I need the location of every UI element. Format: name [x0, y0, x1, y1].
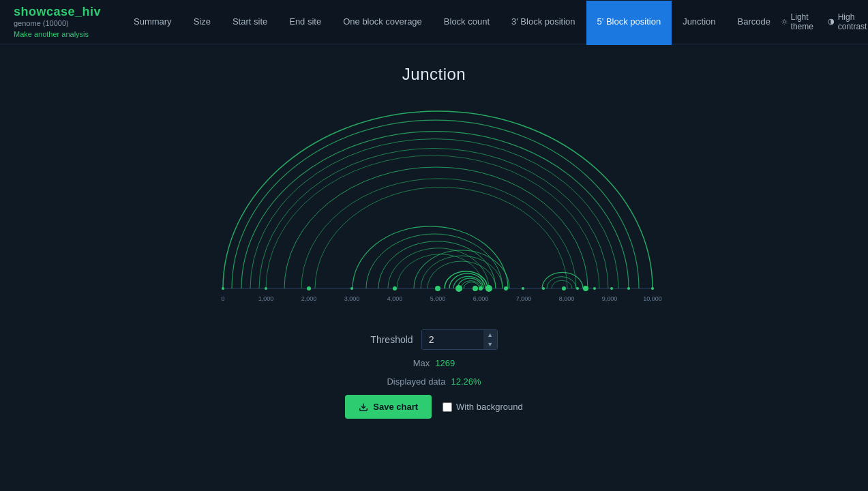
svg-text:7,000: 7,000 — [515, 295, 531, 302]
displayed-label: Displayed data — [387, 376, 445, 387]
header-right: Light theme High contrast — [781, 12, 868, 31]
high-contrast-button[interactable]: High contrast — [828, 12, 868, 31]
brand-genome: genome (10000) — [14, 19, 123, 27]
threshold-decrement-button[interactable]: ▼ — [483, 340, 497, 349]
svg-text:2,000: 2,000 — [301, 295, 316, 302]
make-analysis-link[interactable]: Make another analysis — [14, 30, 89, 38]
svg-text:9,000: 9,000 — [601, 295, 617, 302]
action-row: Save chart With background — [345, 395, 522, 419]
svg-line-4 — [786, 23, 787, 24]
nav-item-barcode[interactable]: Barcode — [727, 1, 781, 45]
chart-svg: 0 1,000 2,000 3,000 4,000 5,000 6,000 7,… — [203, 98, 666, 316]
svg-point-22 — [522, 287, 524, 290]
nav-item-5-block-position[interactable]: 5' Block position — [586, 1, 672, 45]
svg-point-27 — [593, 287, 596, 290]
displayed-value: 12.26% — [451, 376, 481, 387]
nav-item-end-site[interactable]: End site — [278, 1, 332, 45]
svg-point-16 — [435, 286, 440, 291]
light-theme-button[interactable]: Light theme — [781, 12, 817, 31]
threshold-label: Threshold — [370, 334, 413, 345]
spin-buttons: ▲ ▼ — [483, 330, 497, 349]
high-contrast-label: High contrast — [838, 12, 868, 31]
with-background-checkbox[interactable] — [443, 402, 452, 412]
svg-text:1,000: 1,000 — [258, 295, 273, 302]
with-background-text: With background — [456, 402, 523, 412]
svg-text:10,000: 10,000 — [643, 295, 662, 302]
svg-text:3,000: 3,000 — [344, 295, 359, 302]
nav-item-block-count[interactable]: Block count — [433, 1, 500, 45]
nav-item-summary[interactable]: Summary — [123, 1, 183, 45]
svg-text:5,000: 5,000 — [430, 295, 445, 302]
header: showcase_hiv genome (10000) Make another… — [0, 0, 868, 44]
svg-point-25 — [576, 287, 579, 290]
threshold-input-wrapper: ▲ ▼ — [421, 329, 498, 350]
svg-text:4,000: 4,000 — [387, 295, 402, 302]
svg-line-7 — [782, 23, 783, 24]
brand: showcase_hiv genome (10000) Make another… — [14, 5, 123, 40]
threshold-input[interactable] — [422, 330, 483, 349]
nav-item-junction[interactable]: Junction — [672, 1, 726, 45]
chart-title: Junction — [402, 65, 466, 84]
save-chart-button[interactable]: Save chart — [345, 395, 432, 419]
main-nav: Summary Size Start site End site One blo… — [123, 0, 781, 44]
svg-point-0 — [783, 20, 785, 23]
svg-line-8 — [786, 20, 787, 20]
max-label: Max — [413, 358, 430, 368]
max-row: Max 1269 — [413, 358, 455, 368]
threshold-row: Threshold ▲ ▼ — [370, 329, 497, 350]
svg-point-24 — [562, 286, 566, 291]
threshold-increment-button[interactable]: ▲ — [483, 330, 497, 340]
download-icon — [359, 402, 368, 412]
nav-item-size[interactable]: Size — [183, 1, 222, 45]
light-theme-label: Light theme — [791, 12, 818, 31]
nav-item-3-block-position[interactable]: 3' Block position — [500, 1, 586, 45]
svg-point-21 — [504, 286, 508, 291]
nav-item-one-block-coverage[interactable]: One block coverage — [332, 1, 433, 45]
junction-chart: 0 1,000 2,000 3,000 4,000 5,000 6,000 7,… — [203, 98, 666, 316]
controls-panel: Threshold ▲ ▼ Max 1269 Displayed data 12… — [345, 329, 522, 419]
with-background-label[interactable]: With background — [443, 402, 523, 412]
svg-line-3 — [782, 20, 783, 20]
brand-name: showcase_hiv — [14, 5, 123, 19]
svg-point-18 — [473, 286, 478, 291]
svg-text:8,000: 8,000 — [558, 295, 574, 302]
nav-item-start-site[interactable]: Start site — [222, 1, 278, 45]
svg-point-13 — [307, 286, 311, 291]
save-chart-label: Save chart — [373, 402, 418, 412]
svg-point-28 — [610, 287, 613, 290]
max-value: 1269 — [435, 358, 455, 368]
displayed-data-row: Displayed data 12.26% — [387, 376, 481, 387]
svg-text:0: 0 — [221, 295, 224, 302]
svg-point-15 — [393, 286, 397, 291]
main-content: Junction — [0, 44, 868, 432]
svg-text:6,000: 6,000 — [473, 295, 488, 302]
